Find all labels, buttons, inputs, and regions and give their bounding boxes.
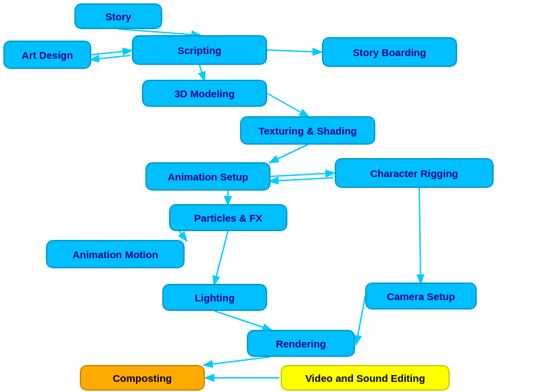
node-story_boarding: Story Boarding [322,37,457,67]
svg-line-3 [267,50,321,52]
svg-line-11 [214,231,228,284]
svg-line-14 [356,296,365,343]
node-camera_setup: Camera Setup [365,283,477,310]
svg-line-0 [118,29,199,35]
svg-line-13 [214,311,270,330]
svg-line-4 [199,65,204,80]
svg-line-7 [270,173,333,176]
node-story: Story [74,3,162,29]
svg-line-1 [91,51,131,55]
node-texturing: Texturing & Shading [240,116,375,145]
node-art_design: Art Design [3,41,91,69]
svg-line-15 [205,357,270,365]
node-scripting: Scripting [132,35,267,65]
svg-line-12 [419,188,421,283]
node-rendering: Rendering [247,330,355,357]
node-modeling: 3D Modeling [142,80,267,107]
node-video_sound: Video and Sound Editing [281,365,450,391]
node-composting: Composting [80,365,205,391]
diagram: StoryArt DesignScriptingStory Boarding3D… [0,0,541,392]
node-animation_motion: Animation Motion [46,240,185,268]
svg-line-6 [270,145,308,162]
node-character_rigging: Character Rigging [335,158,494,188]
node-lighting: Lighting [162,284,267,311]
svg-line-5 [267,93,308,116]
svg-line-8 [270,178,333,181]
node-particles: Particles & FX [169,204,287,231]
svg-line-2 [91,55,131,59]
node-animation_setup: Animation Setup [145,162,270,191]
